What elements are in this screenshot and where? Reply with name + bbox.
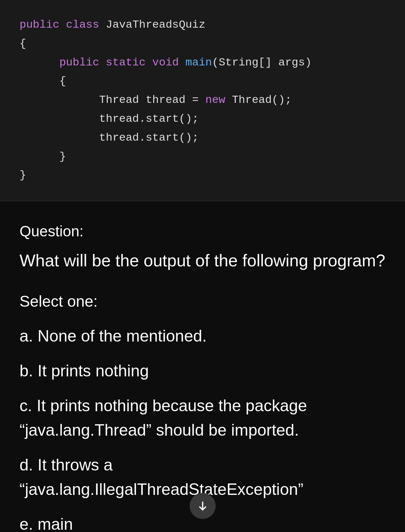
code-line-8: } bbox=[20, 147, 385, 166]
code-line-5: Thread thread = new Thread(); bbox=[20, 91, 385, 110]
code-line-3: public static void main(String[] args) bbox=[20, 53, 385, 72]
arrow-down-icon bbox=[197, 500, 209, 512]
question-text: What will be the output of the following… bbox=[20, 248, 385, 273]
code-line-1: public class JavaThreadsQuiz bbox=[20, 16, 385, 35]
scroll-down-button[interactable] bbox=[190, 493, 216, 519]
question-section: Question: What will be the output of the… bbox=[0, 201, 405, 532]
option-b[interactable]: b. It prints nothing bbox=[20, 355, 385, 387]
code-line-9: } bbox=[20, 166, 385, 185]
question-label: Question: bbox=[20, 221, 385, 242]
option-c[interactable]: c. It prints nothing because the package… bbox=[20, 390, 385, 446]
select-label: Select one: bbox=[20, 292, 385, 310]
code-line-4: { bbox=[20, 72, 385, 91]
code-line-2: { bbox=[20, 35, 385, 53]
code-block: public class JavaThreadsQuiz { public st… bbox=[0, 0, 405, 201]
code-line-7: thread.start(); bbox=[20, 129, 385, 147]
option-a[interactable]: a. None of the mentioned. bbox=[20, 320, 385, 352]
code-line-6: thread.start(); bbox=[20, 110, 385, 129]
